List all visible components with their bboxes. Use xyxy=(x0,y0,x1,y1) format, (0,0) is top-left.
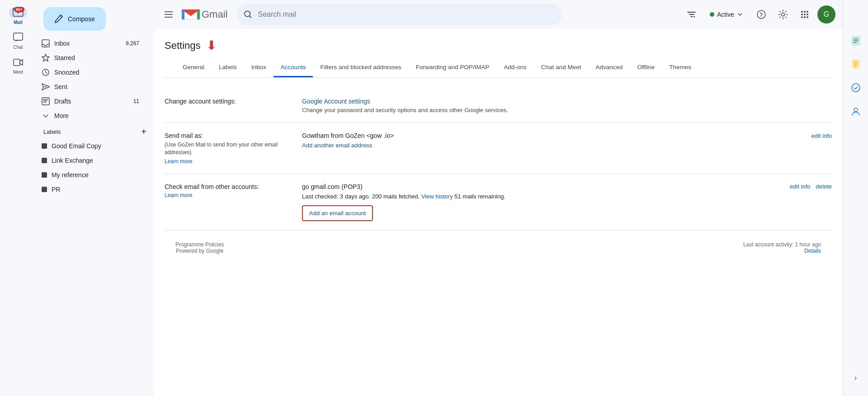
drafts-icon xyxy=(42,97,50,105)
topbar-right: Active xyxy=(683,5,835,24)
tab-inbox[interactable]: Inbox xyxy=(244,58,274,77)
svg-point-27 xyxy=(854,108,858,112)
sidebar-item-mail[interactable]: 99+ Mail xyxy=(2,5,34,28)
active-status-button[interactable]: Active xyxy=(704,8,749,21)
right-icon-sheets[interactable] xyxy=(847,32,865,50)
add-label-button[interactable]: + xyxy=(141,127,146,137)
right-icon-keep[interactable] xyxy=(847,55,865,73)
expand-right-button[interactable]: › xyxy=(849,371,863,385)
nav-item-sent[interactable]: Sent xyxy=(36,80,146,94)
check-email-label: Check email from other accounts: Learn m… xyxy=(165,183,291,198)
label-item-link-exchange[interactable]: Link Exchange xyxy=(36,153,146,168)
filter-settings-button[interactable] xyxy=(683,5,701,24)
svg-point-14 xyxy=(782,13,785,16)
inbox-label: Inbox xyxy=(54,40,70,47)
change-account-value: Google Account settings Change your pass… xyxy=(302,98,832,113)
svg-point-10 xyxy=(691,14,692,15)
tab-general[interactable]: General xyxy=(175,58,212,77)
sidebar-item-chat[interactable]: Chat xyxy=(2,29,34,52)
right-icon-contacts[interactable] xyxy=(847,102,865,120)
avatar[interactable]: G xyxy=(817,5,835,24)
help-button[interactable] xyxy=(752,5,770,24)
nav-item-drafts[interactable]: Drafts 11 xyxy=(36,94,146,108)
tab-forwarding[interactable]: Forwarding and POP/IMAP xyxy=(409,58,497,77)
gmail-m-icon xyxy=(182,8,200,21)
meet-label: Meet xyxy=(13,70,23,75)
send-mail-action-row: Gowtham from GoZen <gow .io> edit info xyxy=(302,132,832,139)
active-green-dot xyxy=(710,12,714,17)
right-sidebar-bottom: › xyxy=(849,371,863,391)
sidebar-item-meet[interactable]: Meet xyxy=(2,54,34,77)
tab-chat-meet[interactable]: Chat and Meet xyxy=(534,58,589,77)
label-dot xyxy=(42,143,47,149)
tab-themes[interactable]: Themes xyxy=(662,58,698,77)
nav-panel: Compose Inbox 9,267 Starred Snoozed xyxy=(36,0,154,396)
check-email-main-label: Check email from other accounts: xyxy=(165,183,291,190)
apps-button[interactable] xyxy=(796,5,814,24)
check-email-delete-link[interactable]: delete xyxy=(816,183,832,190)
check-email-info: Last checked: 3 days ago. 200 mails fetc… xyxy=(302,193,832,200)
svg-rect-5 xyxy=(42,98,49,105)
snoozed-label: Snoozed xyxy=(54,69,79,76)
starred-label: Starred xyxy=(54,54,75,61)
compose-button[interactable]: Compose xyxy=(43,7,106,31)
svg-point-23 xyxy=(807,16,808,18)
svg-point-12 xyxy=(757,10,765,19)
svg-point-11 xyxy=(693,16,695,18)
hamburger-menu-button[interactable] xyxy=(161,8,176,21)
check-email-learn-more[interactable]: Learn more xyxy=(165,192,291,198)
svg-point-22 xyxy=(804,16,806,18)
tab-offline[interactable]: Offline xyxy=(630,58,662,77)
details-link[interactable]: Details xyxy=(743,248,821,254)
right-icon-tasks[interactable] xyxy=(847,79,865,97)
filter-icon xyxy=(687,10,696,19)
tab-filters[interactable]: Filters and blocked addresses xyxy=(313,58,408,77)
label-item-pr[interactable]: PR xyxy=(36,182,146,197)
svg-point-15 xyxy=(801,11,803,13)
settings-row-change-account: Change account settings: Google Account … xyxy=(165,89,832,123)
tab-addons[interactable]: Add-ons xyxy=(497,58,534,77)
send-mail-main-label: Send mail as: xyxy=(165,132,291,139)
search-input[interactable] xyxy=(258,10,555,19)
compose-icon xyxy=(54,14,63,24)
apps-icon xyxy=(800,10,809,19)
label-item-my-reference[interactable]: My reference xyxy=(36,168,146,182)
nav-item-inbox[interactable]: Inbox 9,267 xyxy=(36,36,146,51)
svg-point-20 xyxy=(807,14,808,15)
send-mail-sub-label: (Use GoZen Mail to send from your other … xyxy=(165,141,291,156)
inbox-count: 9,267 xyxy=(126,40,139,47)
add-email-account-button[interactable]: Add an email account xyxy=(302,205,373,221)
nav-item-snoozed[interactable]: Snoozed xyxy=(36,65,146,80)
nav-item-starred[interactable]: Starred xyxy=(36,51,146,65)
search-bar[interactable] xyxy=(236,4,562,25)
nav-item-more[interactable]: More xyxy=(36,108,146,123)
hamburger-icon xyxy=(165,11,173,18)
sheets-icon xyxy=(851,36,861,46)
label-name-link-exchange: Link Exchange xyxy=(52,157,93,164)
tab-accounts[interactable]: Accounts xyxy=(274,58,313,77)
add-another-email-link[interactable]: Add another email address xyxy=(302,142,832,149)
label-item-good-email-copy[interactable]: Good Email Copy xyxy=(36,139,146,153)
chevron-down-icon xyxy=(737,11,743,18)
check-email-edit-link[interactable]: edit info xyxy=(790,183,811,190)
settings-button[interactable] xyxy=(774,5,792,24)
tasks-icon xyxy=(851,83,861,93)
change-account-description: Change your password and security option… xyxy=(302,107,832,113)
topbar: Gmail xyxy=(154,0,843,29)
settings-body: Change account settings: Google Account … xyxy=(154,78,843,276)
inbox-badge: 99+ xyxy=(14,7,24,12)
tab-advanced[interactable]: Advanced xyxy=(588,58,630,77)
send-mail-learn-more[interactable]: Learn more xyxy=(165,158,291,165)
labels-title: Labels xyxy=(43,128,61,135)
tab-labels[interactable]: Labels xyxy=(212,58,244,77)
svg-point-9 xyxy=(687,12,689,13)
google-account-settings-link[interactable]: Google Account settings xyxy=(302,98,370,105)
change-account-main-label: Change account settings: xyxy=(165,98,291,105)
notification-badge: 99+ xyxy=(13,8,24,18)
send-mail-edit-link[interactable]: edit info xyxy=(811,132,832,139)
gmail-text: Gmail xyxy=(202,9,227,20)
footer-left: Programme Policies Powered by Google xyxy=(175,241,224,254)
svg-point-26 xyxy=(852,84,860,92)
view-history-link[interactable]: View history xyxy=(421,193,453,200)
compose-label: Compose xyxy=(68,15,95,23)
